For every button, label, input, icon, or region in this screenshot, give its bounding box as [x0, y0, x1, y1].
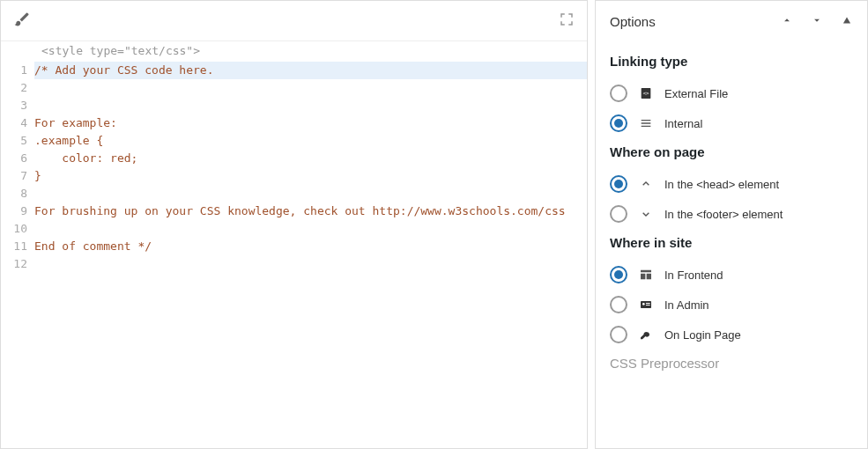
radio-icon: [610, 266, 627, 283]
radio-icon: [610, 114, 627, 132]
radio-icon: [610, 175, 627, 193]
expand-icon[interactable]: [559, 11, 575, 30]
chevron-down-icon[interactable]: [811, 14, 823, 29]
code-area[interactable]: 123456789101112 /* Add your CSS code her…: [1, 60, 587, 448]
style-tag-label: <style type="text/css">: [1, 41, 587, 60]
chevron-up-icon[interactable]: [781, 14, 793, 29]
option-label: On Login Page: [664, 328, 741, 342]
options-panel: Options Linking type <>External FileInte…: [595, 0, 868, 449]
options-header: Options: [596, 1, 867, 41]
editor-body: <style type="text/css"> 123456789101112 …: [1, 41, 587, 448]
section-wherepage-title: Where on page: [610, 144, 853, 159]
linking-option-1[interactable]: Internal: [610, 114, 853, 132]
code-content[interactable]: /* Add your CSS code here. For example: …: [34, 60, 587, 448]
brush-icon[interactable]: [13, 11, 31, 31]
key-icon: [638, 327, 654, 342]
wheresite-option-1[interactable]: In Admin: [610, 296, 853, 313]
wheresite-option-0[interactable]: In Frontend: [610, 266, 853, 283]
option-label: In Admin: [664, 298, 709, 312]
chevron-down-icon: [638, 206, 654, 222]
svg-rect-5: [646, 305, 650, 305]
panel-nav-icons: [781, 14, 853, 29]
triangle-up-icon[interactable]: [841, 14, 853, 29]
radio-icon: [610, 326, 627, 343]
section-wheresite-title: Where in site: [610, 235, 853, 250]
option-label: In Frontend: [664, 269, 723, 282]
editor-panel: <style type="text/css"> 123456789101112 …: [0, 0, 588, 449]
line-gutter: 123456789101112: [1, 60, 34, 448]
radio-icon: [610, 85, 627, 102]
lines-icon: [638, 115, 654, 131]
wherepage-option-1[interactable]: In the <footer> element: [610, 205, 853, 223]
radio-icon: [610, 205, 627, 223]
svg-text:<>: <>: [642, 90, 649, 96]
editor-toolbar: [1, 1, 587, 41]
options-title: Options: [610, 14, 656, 29]
id-card-icon: [638, 297, 654, 313]
layout-icon: [638, 267, 654, 283]
option-label: Internal: [664, 117, 702, 130]
radio-icon: [610, 296, 627, 313]
options-body: Linking type <>External FileInternal Whe…: [596, 41, 867, 401]
svg-rect-4: [646, 303, 650, 304]
option-label: In the <head> element: [664, 178, 779, 191]
svg-point-3: [642, 303, 645, 305]
code-file-icon: <>: [638, 85, 654, 101]
wherepage-option-0[interactable]: In the <head> element: [610, 175, 853, 193]
section-linking-title: Linking type: [610, 54, 853, 69]
chevron-up-icon: [638, 176, 654, 192]
option-label: External File: [664, 87, 728, 100]
wheresite-option-2[interactable]: On Login Page: [610, 326, 853, 343]
option-label: In the <footer> element: [664, 208, 783, 221]
section-preprocessor-title: CSS Preprocessor: [610, 356, 853, 371]
linking-option-0[interactable]: <>External File: [610, 85, 853, 102]
